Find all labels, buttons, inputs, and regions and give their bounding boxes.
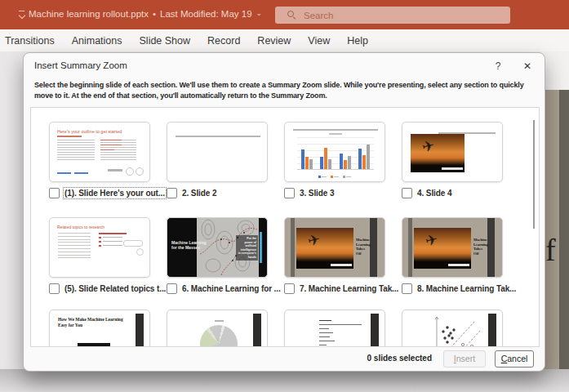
slide-4-airplane-photo: ✈ (411, 134, 465, 172)
window-bottom-area (0, 369, 569, 392)
background-slide-text-fragment: f (545, 232, 556, 268)
slide-3-thumbnail[interactable] (284, 122, 385, 182)
background-slide-edge (559, 90, 569, 369)
slide-8-thumbnail[interactable]: ✈ Machine Learning Takes Off (402, 217, 503, 278)
slide-cell-11 (284, 310, 390, 347)
slide-7-checkbox[interactable] (284, 283, 295, 294)
tab-transitions[interactable]: Transitions (5, 35, 55, 47)
quick-access-menu-icon[interactable] (18, 10, 25, 18)
slide-2-label[interactable]: 2. Slide 2 (182, 189, 216, 198)
slide-8-left-bar (408, 218, 412, 278)
slide-1-thumbnail[interactable]: Here's your outline to get started (49, 122, 150, 182)
slide-1-body-text (57, 140, 136, 161)
slide-8-title: Machine Learning Takes Off (473, 238, 487, 256)
slide-5-bullet-list (58, 233, 91, 261)
slide-6-title: Machine Learning for the Masses (171, 240, 212, 250)
tab-animations[interactable]: Animations (72, 35, 122, 47)
title-separator: • (153, 9, 156, 19)
slide-7-thumbnail[interactable]: ✈ Machine Learning Takes Off (284, 217, 385, 278)
slide-12-scatter-plot (424, 312, 484, 347)
slide-10-thumbnail[interactable] (167, 310, 268, 347)
ribbon-tabs: Transitions Animations Slide Show Record… (0, 29, 569, 51)
slide-6-accent-strip (260, 232, 262, 263)
slide-2-checkbox[interactable] (167, 188, 177, 198)
search-input[interactable]: Search (275, 7, 510, 24)
slide-1-checkbox-row[interactable]: (1). Slide Here's your out... (49, 187, 155, 198)
slide-11-thumbnail[interactable] (284, 310, 385, 347)
slide-11-right-bar (371, 314, 379, 347)
insert-summary-zoom-dialog: Insert Summary Zoom ? ✕ Select the begin… (23, 52, 545, 372)
slide-1-label[interactable]: (1). Slide Here's your out... (64, 189, 165, 198)
slide-3-checkbox[interactable] (284, 188, 295, 198)
airplane-icon: ✈ (306, 231, 322, 248)
slide-cell-3: 3. Slide 3 (284, 122, 390, 198)
slide-5-checkbox[interactable] (49, 283, 60, 294)
slide-6-checkbox-row[interactable]: 6. Machine Learning for ... (167, 283, 273, 294)
tab-review[interactable]: Review (257, 35, 291, 47)
airplane-icon: ✈ (420, 137, 436, 154)
slide-4-checkbox-row[interactable]: 4. Slide 4 (402, 187, 508, 198)
slide-7-title: Machine Learning Takes Off (356, 238, 370, 256)
tab-record[interactable]: Record (207, 35, 240, 47)
last-modified-text[interactable]: Last Modified: May 19 (160, 9, 252, 19)
slide-12-thumbnail[interactable] (402, 310, 503, 347)
slide-2-thumbnail[interactable] (167, 122, 268, 182)
slide-cell-12 (402, 310, 508, 347)
slide-3-checkbox-row[interactable]: 3. Slide 3 (284, 187, 390, 198)
vertical-scrollbar[interactable] (533, 120, 535, 229)
slide-7-airplane-photo: ✈ (296, 228, 353, 269)
slide-5-thumbnail[interactable]: Related topics to research (49, 217, 150, 278)
slide-9-thumbnail[interactable]: How We Make Machine Learning Easy for Yo… (49, 310, 150, 347)
slide-4-label[interactable]: 4. Slide 4 (417, 189, 451, 198)
slide-7-right-bar (370, 218, 377, 278)
slide-3-chart-title (329, 133, 342, 135)
insert-button[interactable]: Insert (443, 350, 486, 368)
slide-cell-6: Machine Learning for the Masses Put the … (167, 217, 273, 294)
slide-7-label[interactable]: 7. Machine Learning Tak... (300, 284, 398, 293)
slide-4-checkbox[interactable] (402, 188, 412, 198)
slide-5-label[interactable]: (5). Slide Related topics t... (64, 284, 166, 293)
cancel-button[interactable]: Cancel (495, 350, 534, 368)
tab-slide-show[interactable]: Slide Show (140, 35, 191, 47)
slide-9-title: How We Make Machine Learning Easy for Yo… (58, 317, 125, 328)
ribbon-background (541, 51, 569, 90)
slide-cell-2: 2. Slide 2 (167, 122, 273, 198)
slide-6-subtitle: Put the power of artificial intelligence… (236, 235, 258, 261)
slide-7-left-bar (291, 218, 295, 278)
slide-5-title: Related topics to research (57, 225, 104, 229)
slide-10-right-bar (253, 314, 261, 347)
slide-7-checkbox-row[interactable]: 7. Machine Learning Tak... (284, 283, 390, 294)
airplane-icon: ✈ (424, 231, 439, 248)
slide-1-checkbox[interactable] (49, 188, 60, 198)
help-icon[interactable]: ? (489, 59, 507, 74)
slide-6-checkbox[interactable] (167, 283, 177, 294)
slide-8-checkbox[interactable] (402, 283, 412, 294)
slide-cell-5: Related topics to research (5). Slide Re… (49, 217, 155, 294)
chevron-down-icon[interactable]: ⌄ (256, 9, 263, 17)
slide-6-label[interactable]: 6. Machine Learning for ... (182, 284, 281, 293)
slide-9-video-thumbnail (78, 343, 110, 347)
tab-view[interactable]: View (308, 35, 330, 47)
file-name: Machine learning rollout.pptx (29, 9, 149, 19)
titlebar: Machine learning rollout.pptx • Last Mod… (0, 0, 569, 29)
slide-8-label[interactable]: 8. Machine Learning Tak... (417, 284, 516, 293)
close-icon[interactable]: ✕ (517, 59, 538, 74)
slide-cell-1: Here's your outline to get started (1). … (49, 122, 155, 198)
app-window: Machine learning rollout.pptx • Last Mod… (0, 0, 569, 392)
slide-4-thumbnail[interactable]: ✈ (402, 122, 503, 182)
slide-1-links (57, 172, 88, 174)
slide-6-thumbnail[interactable]: Machine Learning for the Masses Put the … (167, 217, 268, 278)
slide-1-feedback-widget (108, 167, 144, 176)
slide-5-checkbox-row[interactable]: (5). Slide Related topics t... (49, 283, 155, 294)
slide-8-checkbox-row[interactable]: 8. Machine Learning Tak... (402, 283, 508, 294)
slide-11-text-lines (319, 320, 362, 347)
slide-8-right-bar (487, 218, 495, 278)
slide-5-side-panel (99, 233, 143, 259)
tab-help[interactable]: Help (347, 35, 368, 47)
slide-9-right-bar (136, 314, 144, 347)
slide-grid-scroll-area: Here's your outline to get started (1). … (30, 107, 540, 347)
slide-1-subtitle-line (57, 136, 82, 137)
slide-3-label[interactable]: 3. Slide 3 (300, 189, 334, 198)
slide-2-checkbox-row[interactable]: 2. Slide 2 (167, 187, 273, 198)
search-placeholder: Search (304, 11, 333, 20)
